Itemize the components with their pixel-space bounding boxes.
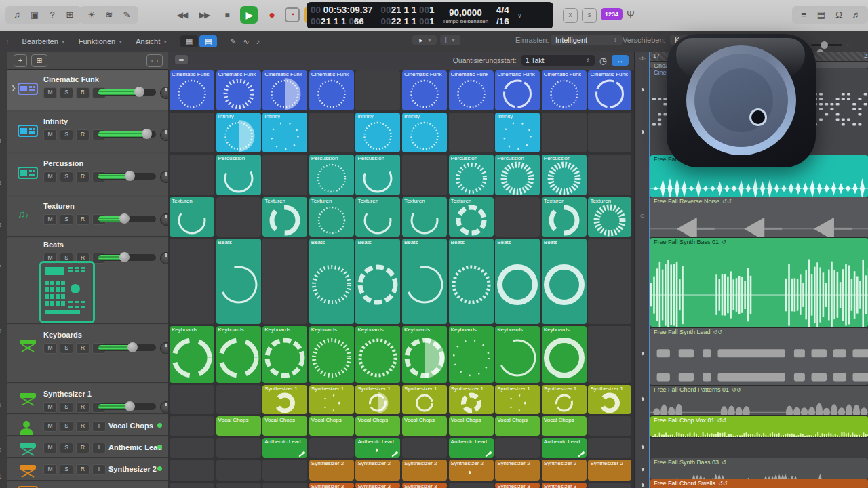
loop-cell-percussion[interactable]: Percussion — [542, 155, 587, 195]
loop-cell-synthesizer-2[interactable]: Synthesizer 2 — [355, 460, 400, 481]
pointer-tool-button[interactable]: ▲▼ — [412, 35, 437, 45]
divider-header-icon[interactable]: ◁▷ — [635, 56, 650, 61]
s-button[interactable]: S — [60, 214, 73, 225]
loop-cell-infinity[interactable]: Infinity — [402, 113, 447, 152]
loop-cell-beats[interactable]: Beats — [402, 239, 447, 324]
track-header-synthesizer-2[interactable]: MSRISynthesizer 2 — [7, 459, 168, 481]
stop-button[interactable]: ■ — [218, 6, 235, 24]
loop-cell-synthesizer-2[interactable]: Synthesizer 2 — [542, 460, 587, 481]
text-tool-button[interactable]: I▼ — [440, 35, 460, 45]
s-button[interactable]: S — [60, 87, 73, 98]
loop-cell-beats[interactable]: Beats — [355, 239, 400, 324]
track-panel-options-button[interactable]: ▭ — [146, 54, 163, 67]
vertical-zoom-slider[interactable] — [811, 44, 842, 46]
region-free-fall-chord-swells[interactable]: Free Fall Chord Swells↺↺ — [650, 479, 868, 488]
performance-clock-icon[interactable]: ◷ — [599, 56, 607, 66]
loop-cell-synthesizer-1[interactable]: Synthesizer 1 — [588, 385, 631, 414]
empty-cell[interactable] — [170, 438, 214, 458]
loop-cell-vocal-chops[interactable]: Vocal Chops — [355, 416, 400, 436]
browser-icon[interactable]: ♬ — [849, 8, 864, 22]
r-button[interactable]: R — [76, 402, 90, 413]
pan-knob[interactable] — [160, 87, 168, 99]
region-free-fall-synth-bass-01[interactable]: Free Fall Synth Bass 01↺ — [650, 237, 868, 327]
r-button[interactable]: R — [76, 443, 90, 453]
loop-cell-cinematic-funk[interactable]: Cinematic Funk — [588, 70, 631, 110]
inspector-icon[interactable]: ⊞ — [62, 8, 77, 22]
midi-tool-icon[interactable]: ♪ — [256, 31, 260, 52]
empty-cell[interactable] — [262, 239, 307, 324]
loop-cell-infinity[interactable]: Infinity — [355, 113, 400, 152]
loop-cell-beats[interactable]: Beats — [309, 239, 354, 324]
m-button[interactable]: M — [43, 214, 57, 225]
empty-cell[interactable] — [309, 438, 354, 458]
s-button[interactable]: S — [60, 402, 73, 413]
loop-cell-beats[interactable]: Beats — [542, 239, 587, 324]
loop-cell-vocal-chops[interactable]: Vocal Chops — [262, 416, 307, 436]
r-button[interactable]: R — [76, 129, 90, 140]
grid-view-toggle[interactable]: ▦ — [180, 35, 198, 47]
loop-cell-percussion[interactable]: Percussion — [355, 155, 400, 195]
record-button[interactable]: ● — [262, 6, 280, 24]
loop-cell-synthesizer-3[interactable]: Synthesizer 3 — [402, 483, 447, 488]
menu-funktionen[interactable]: Funktionen▼ — [73, 31, 128, 52]
mixer-icon[interactable]: ≋ — [102, 8, 117, 22]
pan-knob[interactable] — [160, 129, 168, 141]
row-play-indicator[interactable]: ◑ — [635, 464, 650, 474]
note-pads-icon[interactable]: ▤ — [814, 8, 829, 22]
loop-cell-synthesizer-2[interactable]: Synthesizer 2 — [309, 460, 354, 481]
empty-cell[interactable] — [588, 113, 631, 152]
loop-cell-synthesizer-1[interactable]: Synthesizer 1 — [309, 385, 354, 414]
loop-cell-beats[interactable]: Beats — [449, 239, 494, 324]
empty-cell[interactable] — [588, 326, 631, 383]
loop-cell-synthesizer-1[interactable]: Synthesizer 1 — [262, 385, 307, 414]
loop-cell-texturen[interactable]: Texturen — [355, 197, 400, 237]
m-button[interactable]: M — [43, 87, 57, 98]
region-free-fall-chop-vox-01[interactable]: Free Fall Chop Vox 01↺↺ — [650, 415, 868, 437]
forward-button[interactable]: ▶▶ — [195, 6, 213, 24]
i-button[interactable]: I — [92, 443, 106, 453]
empty-cell[interactable] — [495, 438, 540, 458]
rewind-button[interactable]: ◀◀ — [173, 6, 191, 24]
track-header-beats[interactable]: BeatsMSRI — [7, 238, 168, 324]
pan-knob[interactable] — [160, 214, 168, 226]
row-play-indicator[interactable]: ◑ — [635, 480, 650, 488]
empty-cell[interactable] — [588, 155, 631, 195]
loop-cell-synthesizer-1[interactable]: Synthesizer 1 — [449, 385, 494, 414]
empty-cell[interactable] — [449, 483, 494, 488]
capture-record-button[interactable]: ▪ — [285, 7, 300, 22]
r-button[interactable]: R — [76, 343, 90, 354]
region-free-fall-synth-bass-03[interactable]: Free Fall Synth Bass 03↺ — [650, 458, 868, 479]
loop-cell-texturen[interactable]: Texturen — [170, 197, 214, 237]
lcd-display[interactable]: 00 00:53:09.37 0021 1 1 066 0021 1 1 001… — [307, 2, 553, 28]
loop-cell-texturen[interactable]: Texturen — [449, 197, 494, 237]
pencil-tool-icon[interactable]: ✎ — [230, 31, 236, 52]
loop-cell-synthesizer-2[interactable]: Synthesizer 2◑ — [449, 460, 494, 481]
empty-cell[interactable] — [588, 239, 631, 324]
loop-cell-anthemic-lead[interactable]: Anthemic Lead — [542, 438, 587, 458]
empty-cell[interactable] — [170, 113, 214, 152]
add-track-button[interactable]: + — [14, 54, 27, 67]
i-button[interactable]: I — [92, 421, 106, 432]
s-button[interactable]: S — [60, 343, 73, 354]
track-header-anthemic-lead[interactable]: MSRIAnthemic Lead — [7, 437, 168, 458]
empty-cell[interactable] — [402, 155, 447, 195]
track-on-indicator[interactable] — [157, 466, 162, 471]
row-play-indicator[interactable]: ◑ — [635, 85, 650, 94]
empty-cell[interactable] — [170, 239, 214, 324]
lcd-chevron-icon[interactable]: ∨ — [513, 12, 526, 19]
r-button[interactable]: R — [76, 464, 90, 475]
row-play-indicator[interactable]: ◑ — [635, 127, 650, 136]
empty-cell[interactable] — [170, 385, 214, 414]
volume-knob[interactable] — [127, 342, 138, 352]
row-play-indicator[interactable]: ○ — [635, 211, 650, 220]
loop-cell-cinematic-funk[interactable]: Cinematic Funk — [542, 70, 587, 110]
volume-knob[interactable] — [134, 87, 144, 97]
empty-cell[interactable] — [449, 113, 494, 152]
volume-knob[interactable] — [142, 129, 152, 139]
loop-cell-synthesizer-3[interactable]: Synthesizer 3 — [355, 483, 400, 488]
loop-cell-percussion[interactable]: Percussion — [495, 155, 540, 195]
empty-cell[interactable] — [170, 155, 214, 195]
loop-browser-icon[interactable]: Ω — [831, 8, 846, 22]
empty-cell[interactable] — [216, 197, 261, 237]
loop-cell-cinematic-funk[interactable]: Cinematic Funk — [495, 70, 540, 110]
